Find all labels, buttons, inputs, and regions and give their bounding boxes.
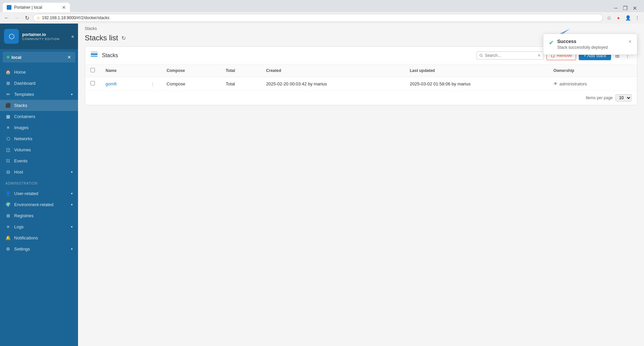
sidebar-item-label: Registries (14, 213, 34, 218)
sidebar-item-settings[interactable]: ⚙ Settings ▾ (0, 243, 78, 255)
chevron-down-icon: ▾ (71, 225, 73, 229)
stack-ownership: 👁 administrators (554, 81, 632, 86)
stack-name-link[interactable]: gomft (106, 81, 117, 86)
toast-title: Success (557, 39, 625, 44)
sidebar-item-label: Home (14, 70, 26, 75)
address-bar[interactable]: ⚠ 192.168.1.18:9000/#!/2/docker/stacks (33, 14, 603, 22)
stacks-table: Name Compose Total Created Last updated … (85, 65, 637, 91)
sidebar-item-label: Logs (14, 224, 24, 229)
events-icon: ☷ (5, 158, 11, 163)
sidebar-item-volumes[interactable]: ◫ Volumes (0, 144, 78, 155)
toast-content: Success Stack successfully deployed (557, 39, 625, 50)
restore-button[interactable]: ❐ (621, 4, 629, 12)
sidebar-item-label: Containers (14, 114, 35, 119)
svg-point-3 (480, 54, 482, 56)
env-status-dot (7, 56, 9, 59)
reload-button[interactable]: ↻ (23, 14, 31, 22)
sidebar-item-stacks[interactable]: ⬛ Stacks (0, 100, 78, 111)
success-icon: ✔ (549, 39, 554, 46)
col-composition: Compose (161, 65, 220, 77)
table-footer: Items per page 10 25 50 (85, 91, 637, 105)
toast-close-button[interactable]: × (629, 39, 632, 45)
chevron-down-icon: ▾ (71, 170, 73, 174)
security-icon: ⚠ (37, 16, 40, 20)
logo-icon: ⬡ (4, 29, 19, 44)
profile-button[interactable]: 👤 (624, 14, 632, 22)
sidebar-item-host[interactable]: ⊟ Host ▾ (0, 166, 78, 178)
search-box[interactable]: ✕ (477, 51, 544, 60)
stack-composition: Compose (161, 77, 220, 91)
sidebar: ⬡ portainer.io COMMUNITY EDITION « local… (0, 24, 78, 346)
tab-title: Portainer | local (14, 5, 42, 10)
logs-icon: ≡ (5, 224, 11, 229)
refresh-button[interactable]: ↻ (121, 35, 126, 41)
user-icon: 👤 (5, 191, 11, 196)
sidebar-logo: ⬡ portainer.io COMMUNITY EDITION « (0, 24, 78, 49)
sidebar-item-containers[interactable]: ▦ Containers (0, 111, 78, 122)
volumes-icon: ◫ (5, 147, 11, 152)
sidebar-item-events[interactable]: ☷ Events (0, 155, 78, 166)
success-toast: ✔ Success Stack successfully deployed × (543, 34, 637, 55)
items-per-page-select[interactable]: 10 25 50 (615, 94, 632, 102)
sidebar-item-registries[interactable]: ⊞ Registries (0, 210, 78, 221)
sidebar-item-user-related[interactable]: 👤 User-related ▾ (0, 188, 78, 199)
registries-icon: ⊞ (5, 213, 11, 218)
back-button[interactable]: ← (3, 14, 11, 22)
tab-close-button[interactable]: ✕ (62, 5, 66, 10)
close-button[interactable]: ✕ (631, 4, 639, 12)
main-content: Stacks Stacks list ↻ Stacks (78, 24, 644, 346)
sidebar-item-label: Stacks (14, 103, 27, 108)
logo-sub: COMMUNITY EDITION (22, 37, 60, 41)
items-per-page-label: Items per page (586, 95, 613, 100)
templates-icon: ✏ (5, 92, 11, 97)
sidebar-item-logs[interactable]: ≡ Logs ▾ (0, 221, 78, 232)
logo-text: portainer.io (22, 32, 60, 38)
tab-favicon (7, 5, 11, 10)
sidebar-item-templates[interactable]: ✏ Templates ▾ (0, 89, 78, 100)
sidebar-item-label: Settings (14, 246, 30, 252)
sidebar-item-home[interactable]: 🏠 Home (0, 67, 78, 78)
sidebar-admin-nav: 👤 User-related ▾ 🌍 Environment-related ▾… (0, 187, 78, 256)
extensions-button[interactable]: ● (614, 14, 622, 22)
toast-message: Stack successfully deployed (557, 45, 625, 50)
stack-created: 2025-02-20 00:03:42 by marius (261, 77, 404, 91)
sidebar-collapse-button[interactable]: « (71, 34, 74, 39)
row-checkbox[interactable] (90, 81, 95, 85)
sidebar-item-env-related[interactable]: 🌍 Environment-related ▾ (0, 199, 78, 210)
env-name: local (7, 55, 22, 60)
minimize-button[interactable]: ─ (612, 4, 620, 12)
more-button[interactable]: ⋮ (633, 14, 641, 22)
col-divider (144, 65, 161, 77)
search-input[interactable] (485, 53, 535, 58)
containers-icon: ▦ (5, 114, 11, 119)
env-icon: 🌍 (5, 202, 11, 207)
stacks-card-icon (90, 51, 98, 60)
col-updated: Last updated (404, 65, 548, 77)
svg-rect-0 (91, 53, 98, 55)
svg-line-4 (482, 56, 482, 57)
sidebar-item-networks[interactable]: ⬡ Networks (0, 133, 78, 144)
sidebar-item-dashboard[interactable]: ⊞ Dashboard (0, 78, 78, 89)
col-name: Name (100, 65, 144, 77)
card-title: Stacks (102, 52, 118, 59)
sidebar-item-label: Images (14, 125, 29, 130)
sidebar-item-label: Host (14, 169, 23, 175)
networks-icon: ⬡ (5, 136, 11, 141)
chevron-down-icon: ▾ (71, 203, 73, 206)
images-icon: ≡ (5, 125, 11, 130)
sidebar-item-label: Events (14, 158, 28, 163)
select-all-checkbox[interactable] (90, 68, 95, 72)
sidebar-item-images[interactable]: ≡ Images (0, 122, 78, 133)
host-icon: ⊟ (5, 169, 11, 175)
col-ownership: Ownership (548, 65, 637, 77)
forward-button[interactable]: → (13, 14, 21, 22)
chevron-down-icon: ▾ (71, 192, 73, 195)
search-clear-button[interactable]: ✕ (537, 53, 541, 58)
sidebar-item-notifications[interactable]: 🔔 Notifications (0, 232, 78, 243)
sidebar-env: local ✕ (3, 52, 75, 63)
env-close-button[interactable]: ✕ (67, 54, 71, 60)
bookmark-button[interactable]: ☆ (605, 14, 613, 22)
url-text: 192.168.1.18:9000/#!/2/docker/stacks (42, 15, 109, 20)
sidebar-item-label: Environment-related (14, 202, 53, 207)
browser-tab[interactable]: Portainer | local ✕ (3, 3, 70, 12)
